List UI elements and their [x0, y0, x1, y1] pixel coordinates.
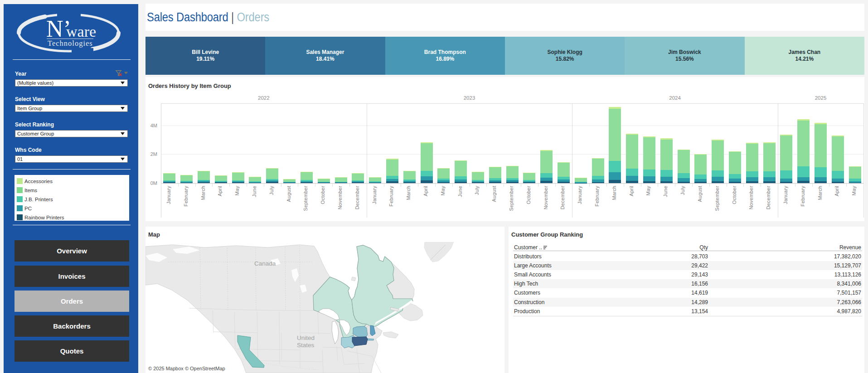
svg-text:ware: ware — [66, 23, 96, 40]
svg-text:© 2025 Mapbox © OpenStreetMap: © 2025 Mapbox © OpenStreetMap — [148, 366, 225, 371]
svg-text:United: United — [297, 334, 315, 341]
svg-text:Canada: Canada — [254, 260, 276, 267]
svg-text:Technologies: Technologies — [48, 39, 93, 48]
svg-text:States: States — [297, 342, 315, 349]
